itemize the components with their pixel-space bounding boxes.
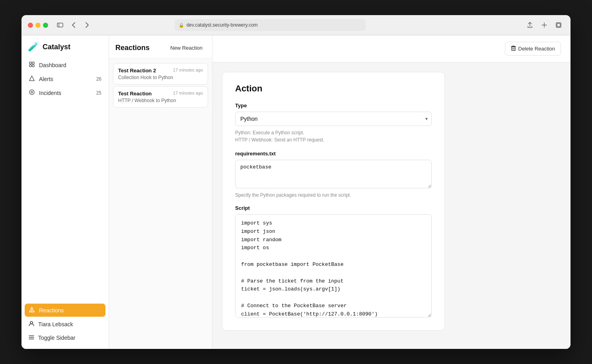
incidents-icon bbox=[29, 89, 35, 96]
toggle-sidebar-icon bbox=[29, 335, 34, 341]
alerts-icon bbox=[29, 76, 35, 82]
type-select-wrapper: Python HTTP / Webhook ▾ bbox=[235, 112, 432, 126]
sidebar-item-incidents[interactable]: Incidents 25 bbox=[25, 86, 105, 99]
reactions-panel: Reactions New Reaction Test Reaction 2 1… bbox=[109, 35, 212, 349]
requirements-textarea[interactable]: pocketbase bbox=[235, 160, 432, 188]
reaction-desc-0: Collection Hook to Python bbox=[118, 75, 203, 80]
reactions-panel-title: Reactions bbox=[115, 44, 150, 52]
sidebar-nav: Dashboard Alerts 26 bbox=[21, 58, 109, 304]
new-tab-button[interactable] bbox=[539, 19, 550, 31]
incidents-label: Incidents bbox=[39, 90, 61, 96]
svg-rect-20 bbox=[512, 47, 515, 50]
sidebar-toggle-button[interactable] bbox=[55, 19, 66, 31]
app-logo: 🧪 Catalyst bbox=[21, 42, 109, 58]
reactions-panel-header: Reactions New Reaction bbox=[109, 35, 212, 58]
svg-rect-9 bbox=[32, 65, 34, 67]
minimize-button[interactable] bbox=[35, 23, 41, 28]
sidebar-bottom: Reactions Tiara Lebsack bbox=[21, 304, 109, 344]
browser-controls bbox=[55, 19, 93, 31]
share-button[interactable] bbox=[524, 19, 536, 31]
reaction-time-1: 17 minutes ago bbox=[173, 91, 203, 95]
script-label: Script bbox=[235, 205, 432, 211]
type-hint: Python: Execute a Python script. HTTP / … bbox=[235, 129, 432, 143]
forward-button[interactable] bbox=[82, 19, 93, 31]
reaction-desc-1: HTTP / Webhook to Python bbox=[118, 98, 203, 103]
svg-point-11 bbox=[29, 90, 34, 95]
dashboard-label: Dashboard bbox=[39, 62, 66, 68]
reaction-item-1[interactable]: Test Reaction 17 minutes ago HTTP / Webh… bbox=[113, 86, 208, 108]
traffic-lights bbox=[28, 23, 48, 28]
app-container: 🧪 Catalyst Dashboard bbox=[21, 35, 571, 349]
address-bar[interactable]: 🔒 dev.catalyst.security-brewery.com bbox=[175, 19, 366, 31]
svg-point-15 bbox=[32, 311, 32, 312]
action-card: Action Type Python HTTP / Webhook ▾ Pyth… bbox=[222, 72, 445, 331]
maximize-button[interactable] bbox=[43, 23, 48, 28]
reaction-name-1: Test Reaction bbox=[118, 91, 152, 97]
svg-marker-10 bbox=[29, 76, 34, 81]
reaction-item-top-0: Test Reaction 2 17 minutes ago bbox=[118, 68, 203, 74]
type-label: Type bbox=[235, 103, 432, 108]
requirements-hint: Specify the Python packages required to … bbox=[235, 192, 432, 198]
logo-icon: 🧪 bbox=[28, 42, 39, 52]
toggle-sidebar-label: Toggle Sidebar bbox=[38, 335, 75, 341]
alerts-label: Alerts bbox=[39, 76, 53, 82]
script-textarea[interactable]: import sys import json import random imp… bbox=[235, 214, 432, 318]
requirements-label: requirements.txt bbox=[235, 151, 432, 157]
delete-reaction-label: Delete Reaction bbox=[518, 46, 555, 52]
reaction-item-top-1: Test Reaction 17 minutes ago bbox=[118, 91, 203, 97]
reaction-item-0[interactable]: Test Reaction 2 17 minutes ago Collectio… bbox=[113, 63, 208, 85]
sidebar-item-toggle[interactable]: Toggle Sidebar bbox=[25, 331, 105, 344]
delete-reaction-button[interactable]: Delete Reaction bbox=[505, 42, 561, 56]
reaction-time-0: 17 minutes ago bbox=[173, 68, 203, 72]
svg-rect-6 bbox=[29, 62, 31, 64]
sidebar-item-reactions[interactable]: Reactions bbox=[25, 304, 105, 317]
main-content: Delete Reaction Action Type Python HTTP … bbox=[212, 35, 571, 349]
sidebar: 🧪 Catalyst Dashboard bbox=[21, 35, 109, 349]
type-hint-line2: HTTP / Webhook: Send an HTTP request. bbox=[235, 136, 432, 143]
main-header: Delete Reaction bbox=[212, 35, 571, 62]
close-button[interactable] bbox=[28, 23, 33, 28]
svg-rect-7 bbox=[32, 62, 34, 64]
app-name: Catalyst bbox=[43, 43, 70, 51]
incidents-badge: 25 bbox=[96, 90, 101, 96]
type-hint-line1: Python: Execute a Python script. bbox=[235, 129, 432, 136]
reactions-list: Test Reaction 2 17 minutes ago Collectio… bbox=[109, 58, 212, 112]
user-icon bbox=[29, 321, 34, 327]
svg-rect-0 bbox=[57, 23, 63, 27]
action-title: Action bbox=[235, 83, 432, 94]
reactions-icon bbox=[29, 307, 35, 314]
dashboard-icon bbox=[29, 62, 35, 68]
reactions-label: Reactions bbox=[39, 307, 64, 314]
sidebar-item-alerts[interactable]: Alerts 26 bbox=[25, 72, 105, 85]
main-scroll[interactable]: Action Type Python HTTP / Webhook ▾ Pyth… bbox=[212, 62, 571, 349]
back-button[interactable] bbox=[68, 19, 79, 31]
svg-rect-8 bbox=[29, 65, 31, 67]
browser-chrome: 🔒 dev.catalyst.security-brewery.com bbox=[21, 15, 571, 35]
alerts-badge: 26 bbox=[96, 76, 101, 82]
svg-point-16 bbox=[30, 321, 33, 324]
reaction-name-0: Test Reaction 2 bbox=[118, 68, 156, 74]
type-select[interactable]: Python HTTP / Webhook bbox=[235, 112, 432, 126]
tab-overview-button[interactable] bbox=[553, 19, 564, 31]
sidebar-item-user[interactable]: Tiara Lebsack bbox=[25, 318, 105, 331]
trash-icon bbox=[511, 45, 516, 52]
sidebar-item-dashboard[interactable]: Dashboard bbox=[25, 58, 105, 72]
lock-icon: 🔒 bbox=[179, 23, 184, 28]
svg-point-12 bbox=[31, 91, 33, 93]
new-reaction-button[interactable]: New Reaction bbox=[167, 43, 206, 52]
url-text: dev.catalyst.security-brewery.com bbox=[187, 22, 258, 28]
svg-rect-5 bbox=[557, 23, 560, 27]
browser-actions bbox=[524, 19, 564, 31]
user-label: Tiara Lebsack bbox=[38, 321, 73, 327]
